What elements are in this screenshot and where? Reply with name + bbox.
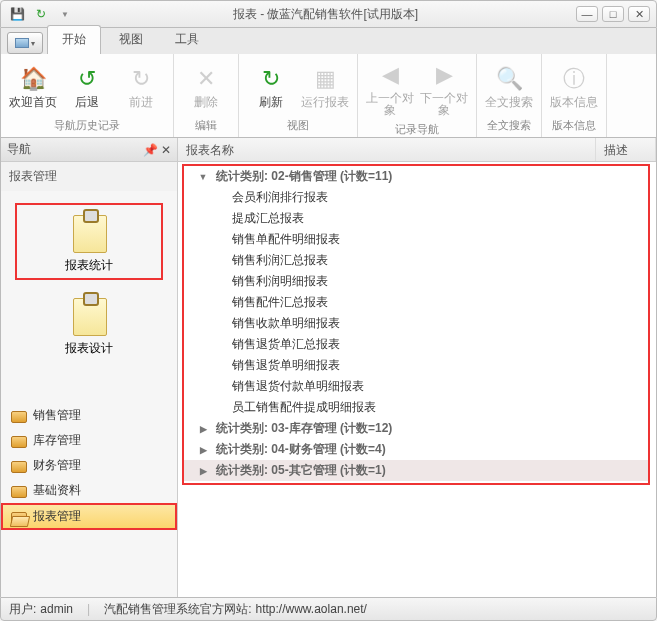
report-name: 销售退货付款单明细报表 bbox=[232, 378, 364, 395]
delete-button-label: 删除 bbox=[194, 96, 218, 108]
tab-tools[interactable]: 工具 bbox=[161, 26, 213, 54]
report-row[interactable]: 销售收款单明细报表 bbox=[184, 313, 648, 334]
report-row[interactable]: 销售退货付款单明细报表 bbox=[184, 376, 648, 397]
refresh-button-label: 刷新 bbox=[259, 96, 283, 108]
group-label: 统计类别: 04-财务管理 (计数=4) bbox=[216, 441, 386, 458]
prev-object-button-label: 上一个对象 bbox=[366, 92, 414, 116]
report-name: 销售退货单汇总报表 bbox=[232, 336, 340, 353]
content-area: 报表名称 描述 ▼统计类别: 02-销售管理 (计数=11)会员利润排行报表提成… bbox=[178, 138, 656, 597]
title-bar: 💾 ↻ ▼ 报表 - 傲蓝汽配销售软件[试用版本] — □ ✕ bbox=[0, 0, 657, 28]
nav-sales[interactable]: 销售管理 bbox=[1, 403, 177, 428]
tab-view[interactable]: 视图 bbox=[105, 26, 157, 54]
chevron-right-icon: ▶ bbox=[200, 424, 207, 434]
app-button[interactable]: ▾ bbox=[7, 32, 43, 54]
folder-icon bbox=[11, 436, 27, 448]
report-name: 销售利润明细报表 bbox=[232, 273, 328, 290]
ribbon-group-title: 视图 bbox=[245, 116, 351, 135]
run-report-button-icon: ▦ bbox=[310, 64, 340, 94]
report-name: 会员利润排行报表 bbox=[232, 189, 328, 206]
report-row[interactable]: 会员利润排行报表 bbox=[184, 187, 648, 208]
report-name: 销售单配件明细报表 bbox=[232, 231, 340, 248]
report-row[interactable]: 销售退货单汇总报表 bbox=[184, 334, 648, 355]
nav-inventory[interactable]: 库存管理 bbox=[1, 428, 177, 453]
chevron-down-icon: ▼ bbox=[199, 172, 208, 182]
grid-body: ▼统计类别: 02-销售管理 (计数=11)会员利润排行报表提成汇总报表销售单配… bbox=[182, 164, 650, 485]
prev-object-button: ◀上一个对象 bbox=[364, 56, 416, 120]
column-report-name[interactable]: 报表名称 bbox=[178, 138, 596, 161]
folder-icon bbox=[11, 486, 27, 498]
nav-reports-label: 报表管理 bbox=[33, 508, 81, 525]
window-title: 报表 - 傲蓝汽配销售软件[试用版本] bbox=[75, 6, 576, 23]
group-row[interactable]: ▶统计类别: 04-财务管理 (计数=4) bbox=[184, 439, 648, 460]
folder-icon bbox=[11, 411, 27, 423]
report-row[interactable]: 销售利润明细报表 bbox=[184, 271, 648, 292]
report-design[interactable]: 报表设计 bbox=[15, 286, 163, 363]
status-user-label: 用户: bbox=[9, 601, 36, 618]
report-row[interactable]: 销售单配件明细报表 bbox=[184, 229, 648, 250]
quick-access-toolbar: 💾 ↻ ▼ bbox=[7, 5, 75, 23]
run-report-button: ▦运行报表 bbox=[299, 56, 351, 116]
minimize-button[interactable]: — bbox=[576, 6, 598, 22]
group-label: 统计类别: 05-其它管理 (计数=1) bbox=[216, 462, 386, 479]
nav-inventory-label: 库存管理 bbox=[33, 432, 81, 449]
version-info-button: ⓘ版本信息 bbox=[548, 56, 600, 116]
welcome-home-button[interactable]: 🏠欢迎首页 bbox=[7, 56, 59, 116]
report-row[interactable]: 员工销售配件提成明细报表 bbox=[184, 397, 648, 418]
qat-dropdown-icon[interactable]: ▼ bbox=[55, 5, 75, 23]
ribbon-group-title: 全文搜索 bbox=[483, 116, 535, 135]
ribbon-group-title: 记录导航 bbox=[364, 120, 470, 139]
group-row[interactable]: ▶统计类别: 05-其它管理 (计数=1) bbox=[184, 460, 648, 481]
delete-button: ✕删除 bbox=[180, 56, 232, 116]
refresh-button[interactable]: ↻刷新 bbox=[245, 56, 297, 116]
welcome-home-button-label: 欢迎首页 bbox=[9, 96, 57, 108]
run-report-button-label: 运行报表 bbox=[301, 96, 349, 108]
forward-button-label: 前进 bbox=[129, 96, 153, 108]
group-row[interactable]: ▶统计类别: 03-库存管理 (计数=12) bbox=[184, 418, 648, 439]
pin-icon[interactable]: 📌 ✕ bbox=[143, 143, 171, 157]
nav-title: 导航 bbox=[7, 141, 31, 158]
nav-panel: 导航 📌 ✕ 报表管理 报表统计报表设计 销售管理库存管理财务管理基础资料报表管… bbox=[1, 138, 178, 597]
clipboard-icon bbox=[71, 292, 107, 336]
qat-save-icon[interactable]: 💾 bbox=[7, 5, 27, 23]
qat-refresh-icon[interactable]: ↻ bbox=[31, 5, 51, 23]
ribbon-group-title: 版本信息 bbox=[548, 116, 600, 135]
folder-icon bbox=[11, 512, 27, 524]
nav-section-title: 报表管理 bbox=[1, 162, 177, 191]
clipboard-icon bbox=[71, 209, 107, 253]
ribbon-tabs: ▾ 开始 视图 工具 bbox=[0, 28, 657, 54]
nav-reports[interactable]: 报表管理 bbox=[1, 503, 177, 530]
close-button[interactable]: ✕ bbox=[628, 6, 650, 22]
status-user-value: admin bbox=[40, 602, 73, 616]
nav-sales-label: 销售管理 bbox=[33, 407, 81, 424]
report-row[interactable]: 提成汇总报表 bbox=[184, 208, 648, 229]
column-description[interactable]: 描述 bbox=[596, 138, 656, 161]
chevron-right-icon: ▶ bbox=[200, 466, 207, 476]
report-row[interactable]: 销售配件汇总报表 bbox=[184, 292, 648, 313]
group-row[interactable]: ▼统计类别: 02-销售管理 (计数=11) bbox=[184, 166, 648, 187]
nav-basic-label: 基础资料 bbox=[33, 482, 81, 499]
next-object-button-icon: ▶ bbox=[429, 60, 459, 90]
nav-finance-label: 财务管理 bbox=[33, 457, 81, 474]
full-search-button-icon: 🔍 bbox=[494, 64, 524, 94]
status-bar: 用户: admin | 汽配销售管理系统官方网站: http://www.aol… bbox=[0, 597, 657, 621]
report-name: 销售收款单明细报表 bbox=[232, 315, 340, 332]
back-button[interactable]: ↺后退 bbox=[61, 56, 113, 116]
report-name: 销售配件汇总报表 bbox=[232, 294, 328, 311]
tab-start[interactable]: 开始 bbox=[47, 25, 101, 54]
back-button-label: 后退 bbox=[75, 96, 99, 108]
report-name: 销售利润汇总报表 bbox=[232, 252, 328, 269]
nav-finance[interactable]: 财务管理 bbox=[1, 453, 177, 478]
report-row[interactable]: 销售利润汇总报表 bbox=[184, 250, 648, 271]
full-search-button-label: 全文搜索 bbox=[485, 96, 533, 108]
ribbon-group-title: 导航历史记录 bbox=[7, 116, 167, 135]
refresh-button-icon: ↻ bbox=[256, 64, 286, 94]
nav-basic[interactable]: 基础资料 bbox=[1, 478, 177, 503]
maximize-button[interactable]: □ bbox=[602, 6, 624, 22]
report-row[interactable]: 销售退货单明细报表 bbox=[184, 355, 648, 376]
version-info-button-label: 版本信息 bbox=[550, 96, 598, 108]
status-site-url[interactable]: http://www.aolan.net/ bbox=[256, 602, 367, 616]
report-stats[interactable]: 报表统计 bbox=[15, 203, 163, 280]
forward-button: ↻前进 bbox=[115, 56, 167, 116]
next-object-button: ▶下一个对象 bbox=[418, 56, 470, 120]
delete-button-icon: ✕ bbox=[191, 64, 221, 94]
